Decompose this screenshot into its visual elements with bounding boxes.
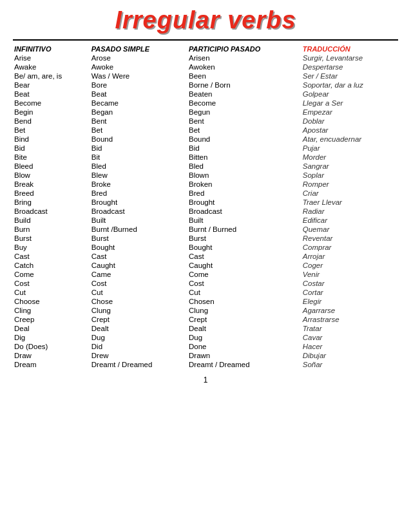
table-cell: Was / Were [90, 71, 187, 81]
page-title: Irregular verbs [13, 6, 398, 34]
table-cell: Been [187, 71, 301, 81]
table-row: BringBroughtBroughtTraer Llevar [13, 198, 398, 207]
table-cell: Bent [90, 117, 187, 126]
table-cell: Deal [13, 324, 90, 333]
table-row: BeginBeganBegunEmpezar [13, 108, 398, 117]
table-cell: Come [187, 270, 301, 279]
table-cell: Dug [90, 333, 187, 342]
table-cell: Cost [187, 279, 301, 288]
table-row: ComeCameComeVenir [13, 270, 398, 279]
table-cell: Chosen [187, 297, 301, 306]
table-cell: Bend [13, 117, 90, 126]
table-cell: Be/ am, are, is [13, 71, 90, 81]
table-cell: Arrastrarse [301, 315, 398, 324]
table-cell: Tratar [301, 324, 398, 333]
table-cell: Brought [90, 198, 187, 207]
table-cell: Came [90, 270, 187, 279]
table-cell: Do (Does) [13, 342, 90, 351]
table-cell: Cortar [301, 288, 398, 297]
table-cell: Cut [187, 288, 301, 297]
table-row: BlowBlewBlownSoplar [13, 171, 398, 180]
header-infinitivo: INFINITIVO [13, 44, 90, 53]
table-row: BurnBurnt /BurnedBurnt / BurnedQuemar [13, 225, 398, 234]
table-cell: Burst [90, 234, 187, 243]
table-cell: Broadcast [90, 207, 187, 216]
table-cell: Surgir, Levantarse [301, 53, 398, 62]
table-row: BurstBurstBurstReventar [13, 234, 398, 243]
table-row: BiteBitBittenMorder [13, 153, 398, 162]
table-cell: Soñar [301, 360, 398, 369]
table-cell: Bleed [13, 162, 90, 171]
table-cell: Burnt /Burned [90, 225, 187, 234]
title-text: Irregular verbs [13, 6, 398, 34]
table-row: BecomeBecameBecomeLlegar a Ser [13, 99, 398, 108]
table-row: DigDugDugCavar [13, 333, 398, 342]
table-cell: Caught [187, 261, 301, 270]
table-cell: Empezar [301, 108, 398, 117]
table-cell: Become [13, 99, 90, 108]
table-cell: Drew [90, 351, 187, 360]
table-cell: Did [90, 342, 187, 351]
table-cell: Clung [90, 306, 187, 315]
table-cell: Bore [90, 81, 187, 90]
table-cell: Come [13, 270, 90, 279]
table-cell: Chose [90, 297, 187, 306]
table-cell: Bitten [187, 153, 301, 162]
table-row: BetBetBetApostar [13, 126, 398, 135]
table-cell: Cast [187, 252, 301, 261]
table-cell: Became [90, 99, 187, 108]
page-number: 1 [13, 375, 398, 385]
table-cell: Blew [90, 171, 187, 180]
table-cell: Drawn [187, 351, 301, 360]
table-cell: Begun [187, 108, 301, 117]
table-cell: Bled [187, 162, 301, 171]
table-cell: Hacer [301, 342, 398, 351]
table-cell: Become [187, 99, 301, 108]
table-cell: Arrojar [301, 252, 398, 261]
table-cell: Catch [13, 261, 90, 270]
table-header-row: INFINITIVO PASADO SIMPLE PARTICIPIO PASA… [13, 44, 398, 53]
table-cell: Bred [187, 189, 301, 198]
table-cell: Arise [13, 53, 90, 62]
table-cell: Atar, encuadernar [301, 135, 398, 144]
table-cell: Brought [187, 198, 301, 207]
table-row: DreamDreamt / DreamedDreamt / DreamedSoñ… [13, 360, 398, 369]
table-row: CastCastCastArrojar [13, 252, 398, 261]
table-cell: Despertarse [301, 62, 398, 71]
table-cell: Crept [90, 315, 187, 324]
header-participio: PARTICIPIO PASADO [187, 44, 301, 53]
table-cell: Done [187, 342, 301, 351]
table-cell: Built [187, 216, 301, 225]
table-cell: Burst [187, 234, 301, 243]
table-cell: Awoke [90, 62, 187, 71]
table-row: BuyBoughtBoughtComprar [13, 243, 398, 252]
table-row: CutCutCutCortar [13, 288, 398, 297]
table-cell: Dreamt / Dreamed [187, 360, 301, 369]
table-cell: Bet [187, 126, 301, 135]
table-cell: Cast [13, 252, 90, 261]
table-cell: Bear [13, 81, 90, 90]
table-cell: Choose [13, 297, 90, 306]
table-cell: Doblar [301, 117, 398, 126]
table-cell: Apostar [301, 126, 398, 135]
table-cell: Costar [301, 279, 398, 288]
table-row: Do (Does)DidDoneHacer [13, 342, 398, 351]
table-cell: Awoken [187, 62, 301, 71]
table-cell: Agarrarse [301, 306, 398, 315]
table-cell: Broken [187, 180, 301, 189]
table-cell: Broadcast [13, 207, 90, 216]
table-row: DealDealtDealtTratar [13, 324, 398, 333]
table-cell: Soplar [301, 171, 398, 180]
table-row: AwakeAwokeAwokenDespertarse [13, 62, 398, 71]
table-cell: Edificar [301, 216, 398, 225]
header-pasado-simple: PASADO SIMPLE [90, 44, 187, 53]
table-cell: Dug [187, 333, 301, 342]
table-cell: Bound [187, 135, 301, 144]
table-row: CatchCaughtCaughtCoger [13, 261, 398, 270]
table-cell: Ser / Estar [301, 71, 398, 81]
table-cell: Bound [90, 135, 187, 144]
table-body: AriseAroseArisenSurgir, LevantarseAwakeA… [13, 53, 398, 369]
table-cell: Built [90, 216, 187, 225]
table-row: BroadcastBroadcastBroadcastRadiar [13, 207, 398, 216]
table-cell: Broadcast [187, 207, 301, 216]
